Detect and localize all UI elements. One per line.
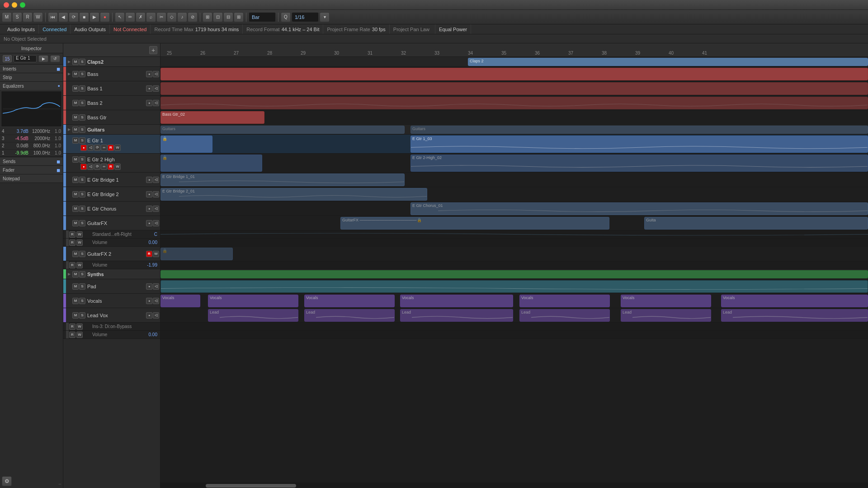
audio-inputs[interactable]: Audio Inputs xyxy=(4,24,39,34)
fraction-arrow[interactable]: ▾ xyxy=(320,12,330,22)
clip-bass2[interactable] xyxy=(160,97,868,109)
cycle-btn-egtr2[interactable]: ⟳ xyxy=(94,164,100,170)
mute-btn-bass1[interactable]: M xyxy=(72,85,79,92)
rec-arm-btn-bass[interactable]: ● xyxy=(146,71,152,77)
monitor-btn-bass2[interactable]: ◁ xyxy=(153,100,159,106)
arrange-bassgtr[interactable]: Bass Gtr_02 xyxy=(160,110,868,125)
quantize-icon[interactable]: Q xyxy=(281,12,291,22)
mute-btn-bridge1[interactable]: M xyxy=(72,177,79,183)
solo-btn-bridge1[interactable]: S xyxy=(79,177,85,183)
arrange-vocals[interactable]: Vocals Vocals Vocals Vocals Vocals Vocal… xyxy=(160,294,868,308)
clip-pad[interactable] xyxy=(160,280,868,293)
inspector-track-num[interactable]: 15 xyxy=(3,55,12,62)
arrange-bridge2[interactable]: E Gtr Bridge 2_01 xyxy=(160,187,868,202)
fold-arrow-claps2[interactable]: ▶ xyxy=(66,60,72,64)
clip-lead-5[interactable]: Lead xyxy=(621,309,711,322)
clip-egtr2-2[interactable]: E Gtr 2-High_02 xyxy=(410,155,868,172)
sub-r-btn5[interactable]: R xyxy=(69,332,75,338)
mode-btn-4[interactable]: W xyxy=(33,12,43,22)
snap-btn-3[interactable]: ⊟ xyxy=(223,12,233,22)
sub-w-btn5[interactable]: W xyxy=(76,332,83,338)
clip-vocals-3[interactable]: Vocals xyxy=(304,295,395,307)
solo-btn-synths[interactable]: S xyxy=(79,271,85,277)
eq-power-icon[interactable]: ● xyxy=(58,84,60,88)
sub-w-btn2[interactable]: W xyxy=(76,239,83,246)
arrange-bass2[interactable] xyxy=(160,96,868,110)
mode-btn-1[interactable]: M xyxy=(2,12,12,22)
rec-arm-btn-egtr1[interactable]: ● xyxy=(80,145,87,151)
mute-btn-bassgtr[interactable]: M xyxy=(72,114,79,121)
minimize-button[interactable] xyxy=(12,2,17,8)
read-btn-egtr2[interactable]: R xyxy=(108,164,114,170)
solo-btn-guitars[interactable]: S xyxy=(79,127,85,133)
arrange-chorus[interactable]: E Gtr Chorus_01 xyxy=(160,202,868,216)
arrange-bass1[interactable] xyxy=(160,81,868,96)
clip-lead-3[interactable]: Lead xyxy=(400,309,513,322)
mute-btn-vocals[interactable]: M xyxy=(72,298,79,304)
solo-tool[interactable]: ♪ xyxy=(177,12,187,22)
monitor-bridge2[interactable]: ◁ xyxy=(153,191,159,197)
clip-egtr1-2[interactable]: E Gtr 1_03 xyxy=(410,136,868,153)
rec-arm-btn-bass2[interactable]: ● xyxy=(146,100,152,106)
clip-egtr2-1[interactable]: 🔒 xyxy=(160,155,262,172)
rec-arm-btn-egtr2[interactable]: ● xyxy=(80,164,87,170)
rewind-button[interactable]: ⏮ xyxy=(48,12,58,22)
solo-btn-egtr2[interactable]: S xyxy=(79,156,85,163)
clip-vocals-4[interactable]: Vocals xyxy=(400,295,513,307)
monitor-btn-bass[interactable]: ◁ xyxy=(153,71,159,77)
arrange-synths[interactable] xyxy=(160,269,868,279)
clip-bass[interactable] xyxy=(160,68,868,80)
cut-tool[interactable]: ✂ xyxy=(156,12,166,22)
fold-arrow-guitars[interactable]: ▶ xyxy=(66,127,72,131)
rec-arm-bridge2[interactable]: ● xyxy=(146,191,152,197)
snap-btn-1[interactable]: ⊞ xyxy=(203,12,212,22)
mute-btn-guitarfx2[interactable]: M xyxy=(72,251,79,257)
clip-guitarfx-2[interactable]: Guita xyxy=(644,217,868,230)
clip-lead-1[interactable]: Lead xyxy=(208,309,298,322)
connected-status[interactable]: Connected xyxy=(39,24,71,34)
arrange-bass[interactable] xyxy=(160,67,868,81)
mute-btn-egtr1[interactable]: M xyxy=(72,137,79,144)
clip-guitarfx2[interactable]: 🔒 xyxy=(160,248,233,260)
solo-btn-pad[interactable]: S xyxy=(79,283,85,290)
monitor-leadvox[interactable]: ◁ xyxy=(153,312,159,319)
solo-btn-chorus[interactable]: S xyxy=(79,206,85,212)
arrange-egtr2[interactable]: 🔒 E Gtr 2-High_02 xyxy=(160,154,868,173)
clip-bass1[interactable] xyxy=(160,82,868,95)
arrange-egtr1[interactable]: 🔒 E Gtr 1_03 xyxy=(160,135,868,154)
inserts-header[interactable]: Inserts ◼ xyxy=(0,65,63,73)
read-btn-egtr1[interactable]: R xyxy=(108,145,114,151)
inspector-minus[interactable]: – xyxy=(58,481,61,486)
solo-btn-vocals[interactable]: S xyxy=(79,298,85,304)
sub-w-btn4[interactable]: W xyxy=(76,324,83,330)
mute-btn-guitarfx[interactable]: M xyxy=(72,220,79,226)
solo-btn-guitarfx2[interactable]: S xyxy=(79,251,85,257)
clip-guitarfx-1[interactable]: GuitarFX ——————————————🔒 xyxy=(340,217,609,230)
snap-btn-4[interactable]: ⊞ xyxy=(234,12,244,22)
scrollbar-area[interactable] xyxy=(160,483,868,488)
clip-vocals-7[interactable]: Vocals xyxy=(721,295,868,307)
glue-tool[interactable]: ◇ xyxy=(167,12,177,22)
arrange-guitarfx[interactable]: GuitarFX ——————————————🔒 Guita xyxy=(160,216,868,230)
sub-w-btn3[interactable]: W xyxy=(76,262,83,268)
audio-outputs[interactable]: Audio Outputs xyxy=(71,24,110,34)
clip-lead-2[interactable]: Lead xyxy=(304,309,395,322)
solo-btn-bass1[interactable]: S xyxy=(79,85,85,92)
pencil-tool[interactable]: ✏ xyxy=(125,12,135,22)
mute-btn-bridge2[interactable]: M xyxy=(72,191,79,197)
mute-btn-chorus[interactable]: M xyxy=(72,206,79,212)
clip-vocals-6[interactable]: Vocals xyxy=(621,295,711,307)
window-controls[interactable] xyxy=(4,2,25,8)
mute-btn-pad[interactable]: M xyxy=(72,283,79,290)
solo-btn-bassgtr[interactable]: S xyxy=(79,114,85,121)
clip-synths[interactable] xyxy=(160,270,868,278)
mute-btn-leadvox[interactable]: M xyxy=(72,312,79,319)
monitor-guitarfx[interactable]: ◁ xyxy=(153,220,159,226)
notepad-header[interactable]: Notepad xyxy=(0,174,63,183)
clip-guitars-1[interactable]: Guitars xyxy=(160,126,405,134)
monitor-chorus[interactable]: ◁ xyxy=(153,206,159,212)
loop-btn-egtr1[interactable]: ∞ xyxy=(101,145,107,151)
clip-vocals-1[interactable]: Vocals xyxy=(160,295,200,307)
mute-btn-claps2[interactable]: M xyxy=(72,59,79,65)
close-button[interactable] xyxy=(4,2,9,8)
